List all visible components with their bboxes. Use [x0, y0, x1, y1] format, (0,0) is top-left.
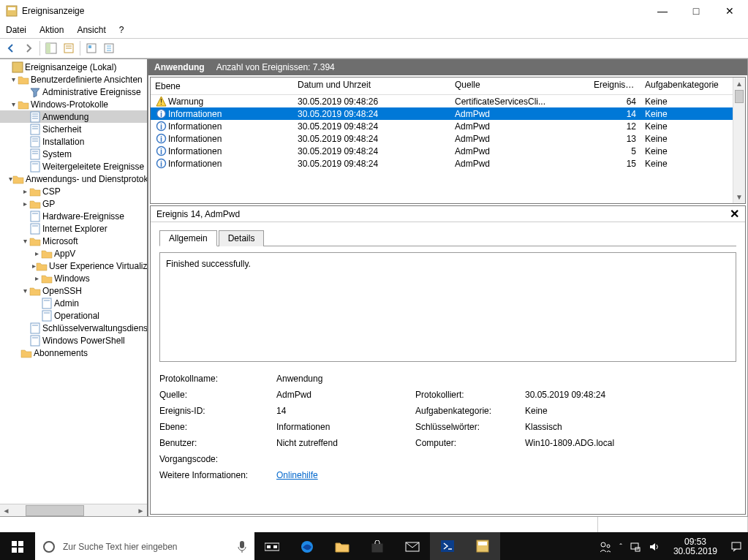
- tree-installation[interactable]: Installation: [0, 135, 147, 148]
- svg-rect-18: [31, 124, 39, 135]
- folder-icon: [18, 74, 29, 86]
- start-button[interactable]: [0, 532, 35, 560]
- svg-rect-29: [31, 211, 39, 222]
- label-user: Benutzer:: [159, 438, 276, 448]
- log-icon: [29, 111, 41, 123]
- tree-label: AppV: [54, 249, 75, 259]
- mic-icon[interactable]: [237, 540, 247, 553]
- task-view-button[interactable]: [254, 532, 290, 560]
- powershell-icon[interactable]: [430, 532, 465, 560]
- tray-chevron-icon[interactable]: ˆ: [619, 542, 622, 551]
- tree-label: Operational: [54, 311, 99, 321]
- tree-security[interactable]: Sicherheit: [0, 123, 147, 135]
- tree-appv[interactable]: ▸AppV: [0, 247, 147, 260]
- explorer-icon[interactable]: [325, 532, 360, 560]
- tree-label: Benutzerdefinierte Ansichten: [31, 75, 143, 85]
- tree-label: Schlüsselverwaltungsdienst: [42, 323, 147, 333]
- tree-system[interactable]: System: [0, 148, 147, 160]
- folder-icon: [36, 260, 48, 272]
- volume-icon[interactable]: [649, 541, 660, 553]
- filter-icon: [29, 86, 41, 98]
- main-header: Anwendung Anzahl von Ereignissen: 7.394: [148, 59, 747, 75]
- sidebar: Ereignisanzeige (Lokal) ▾Benutzerdefinie…: [0, 59, 148, 516]
- refresh-button[interactable]: [101, 40, 117, 56]
- forward-button[interactable]: [20, 40, 37, 56]
- tree-uev[interactable]: ▸User Experience Virtualization: [0, 260, 147, 272]
- tree-microsoft[interactable]: ▾Microsoft: [0, 235, 147, 247]
- tree-admin-events[interactable]: Administrative Ereignisse: [0, 86, 147, 98]
- tab-general[interactable]: Allgemein: [159, 230, 217, 246]
- tree-windows-protocols[interactable]: ▾Windows-Protokolle: [0, 98, 147, 110]
- col-header-date[interactable]: Datum und Uhrzeit: [293, 77, 450, 94]
- tree[interactable]: Ereignisanzeige (Lokal) ▾Benutzerdefinie…: [0, 59, 147, 504]
- event-level: Informationen: [168, 109, 222, 119]
- tree-ie[interactable]: Internet Explorer: [0, 222, 147, 235]
- folder-icon: [29, 186, 41, 197]
- minimize-button[interactable]: —: [646, 0, 679, 22]
- mail-icon[interactable]: [395, 532, 430, 560]
- find-button[interactable]: [83, 40, 99, 56]
- back-button[interactable]: [3, 40, 19, 56]
- tree-app-service[interactable]: ▾Anwendungs- und Dienstprotokolle: [0, 173, 147, 185]
- col-header-source[interactable]: Quelle: [450, 77, 589, 94]
- value-computer: Win10-1809.ADG.local: [525, 438, 736, 448]
- detail-title: Ereignis 14, AdmPwd: [156, 209, 240, 219]
- tree-label: Weitergeleitete Ereignisse: [42, 162, 144, 172]
- event-date: 30.05.2019 09:48:24: [293, 156, 450, 171]
- menu-file[interactable]: Datei: [6, 25, 26, 35]
- log-icon: [29, 161, 41, 173]
- tree-openssh[interactable]: ▾OpenSSH: [0, 284, 147, 297]
- col-header-id[interactable]: Ereignis-ID: [589, 77, 641, 94]
- event-row[interactable]: iInformationen30.05.2019 09:48:24AdmPwd1…: [151, 157, 733, 170]
- main: Anwendung Anzahl von Ereignissen: 7.394 …: [148, 59, 748, 516]
- link-online-help[interactable]: Onlinehilfe: [276, 470, 415, 480]
- action-center-icon[interactable]: [730, 541, 742, 553]
- col-header-cat[interactable]: Aufgabenkategorie: [641, 77, 733, 94]
- tree-keymgmt[interactable]: Schlüsselverwaltungsdienst: [0, 322, 147, 334]
- search-box[interactable]: Zur Suche Text hier eingeben: [35, 532, 254, 560]
- detail-close-button[interactable]: ✕: [730, 207, 739, 221]
- detail-properties: Protokollname: Anwendung Quelle: AdmPwd …: [159, 374, 736, 480]
- label-keywords: Schlüsselwörter:: [415, 422, 525, 432]
- event-viewer-taskbar-icon[interactable]: [465, 532, 500, 560]
- folder-icon: [41, 273, 53, 284]
- menu-action[interactable]: Aktion: [39, 25, 64, 35]
- tree-application[interactable]: Anwendung: [0, 110, 147, 123]
- svg-rect-14: [31, 112, 39, 122]
- tree-forwarded[interactable]: Weitergeleitete Ereignisse: [0, 160, 147, 173]
- tree-hardware[interactable]: Hardware-Ereignisse: [0, 210, 147, 222]
- event-list-v-scrollbar[interactable]: ▲▼: [733, 77, 745, 203]
- tree-admin[interactable]: Admin: [0, 297, 147, 309]
- tree-subscriptions[interactable]: Abonnements: [0, 347, 147, 359]
- tree-gp[interactable]: ▸GP: [0, 197, 147, 210]
- network-icon[interactable]: [630, 541, 641, 553]
- value-opcode: [276, 454, 415, 464]
- tree-root[interactable]: Ereignisanzeige (Lokal): [0, 61, 147, 73]
- tree-operational[interactable]: Operational: [0, 309, 147, 322]
- show-tree-button[interactable]: [43, 40, 59, 56]
- store-icon[interactable]: [360, 532, 395, 560]
- people-icon[interactable]: [599, 540, 612, 553]
- event-list-body[interactable]: !Warnung30.05.2019 09:48:26CertificateSe…: [151, 95, 733, 203]
- tree-windows[interactable]: ▸Windows: [0, 272, 147, 284]
- close-button[interactable]: ✕: [713, 0, 747, 22]
- clock-date: 30.05.2019: [673, 547, 717, 556]
- value-source: AdmPwd: [276, 390, 415, 400]
- folder-icon: [18, 99, 29, 110]
- value-user: Nicht zutreffend: [276, 438, 415, 448]
- menu-help[interactable]: ?: [119, 25, 124, 35]
- event-viewer-icon: [12, 61, 23, 73]
- tree-powershell[interactable]: Windows PowerShell: [0, 334, 147, 347]
- maximize-button[interactable]: □: [679, 0, 713, 22]
- col-header-level[interactable]: Ebene: [151, 77, 293, 94]
- tree-label: Admin: [54, 298, 79, 309]
- menu-view[interactable]: Ansicht: [77, 25, 105, 35]
- tree-custom-views[interactable]: ▾Benutzerdefinierte Ansichten: [0, 73, 147, 86]
- taskbar-clock[interactable]: 09:53 30.05.2019: [668, 537, 723, 556]
- sidebar-h-scrollbar[interactable]: ◄►: [0, 504, 147, 516]
- properties-button[interactable]: [61, 40, 77, 56]
- tab-details[interactable]: Details: [219, 230, 265, 246]
- folder-icon: [12, 173, 24, 185]
- edge-icon[interactable]: [290, 532, 325, 560]
- tree-csp[interactable]: ▸CSP: [0, 185, 147, 197]
